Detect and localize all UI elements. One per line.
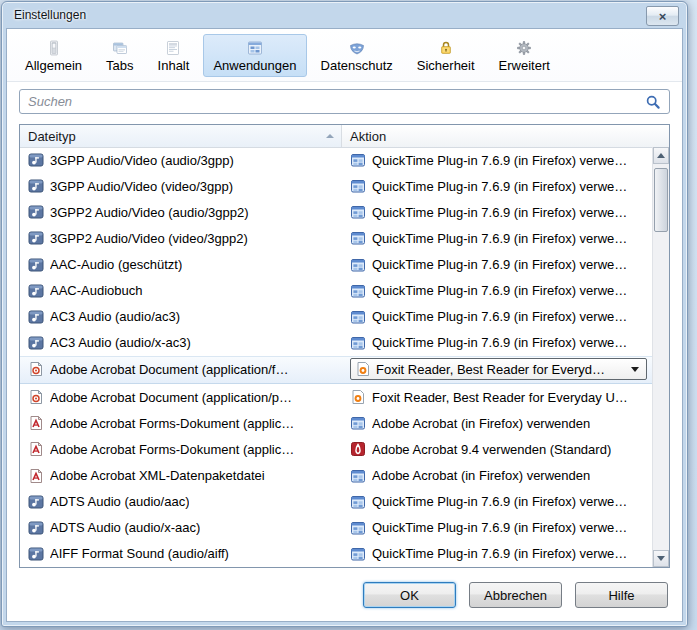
table-row[interactable]: 3GPP Audio/Video (video/3gpp)QuickTime P… [20,173,652,199]
advanced-icon [516,40,532,56]
title-bar[interactable]: Einstellungen × [2,2,687,28]
tab-label: Inhalt [158,58,190,73]
table-row[interactable]: AAC-Audio (geschützt)QuickTime Plug-in 7… [20,252,652,278]
file-type-label: AC3 Audio (audio/ac3) [50,309,180,324]
action-label: Foxit Reader, Best Reader for Everyd… [376,362,605,377]
table-row[interactable]: Adobe Acrobat Forms-Dokument (applic…Ado… [20,410,652,436]
window-title: Einstellungen [14,8,86,22]
dialog-content: AllgemeinTabsInhaltAnwendungenDatenschut… [6,28,683,622]
action-label: Foxit Reader, Best Reader for Everyday U… [372,390,628,405]
media-file-icon [28,152,44,168]
file-type-label: ADTS Audio (audio/aac) [50,494,189,509]
pdf-document-icon [28,361,44,377]
media-file-icon [28,178,44,194]
media-file-icon [28,546,44,562]
table-row[interactable]: 3GPP2 Audio/Video (audio/3gpp2)QuickTime… [20,199,652,225]
table-header: Dateityp Aktion [20,125,669,148]
search-bar [7,82,682,122]
security-icon [438,40,454,56]
dropdown-arrow-icon [631,367,639,372]
file-type-label: ADTS Audio (audio/x-aac) [50,520,200,535]
file-types-table: Dateityp Aktion 3GPP Audio/Video (audio/… [19,124,670,568]
scrollbar-track[interactable] [653,164,669,550]
scroll-down-button[interactable] [653,550,669,567]
search-input[interactable] [19,89,670,114]
tab-sicherheit[interactable]: Sicherheit [407,34,485,77]
column-header-dateityp[interactable]: Dateityp [20,125,342,147]
table-row[interactable]: 3GPP Audio/Video (audio/3gpp)QuickTime P… [20,147,652,173]
plugin-icon [350,230,366,246]
file-type-label: 3GPP Audio/Video (audio/3gpp) [50,153,234,168]
settings-dialog: Einstellungen × AllgemeinTabsInhaltAnwen… [1,1,688,627]
table-row[interactable]: AIFF Format Sound (audio/aiff)QuickTime … [20,541,652,567]
action-label: QuickTime Plug-in 7.6.9 (in Firefox) ver… [372,309,627,324]
plugin-icon [350,204,366,220]
table-row[interactable]: Adobe Acrobat Forms-Dokument (applic…Ado… [20,436,652,462]
media-file-icon [28,494,44,510]
file-type-label: Adobe Acrobat Document (application/f… [50,362,288,377]
media-file-icon [28,204,44,220]
file-type-label: Adobe Acrobat Document (application/p… [50,390,292,405]
tab-erweitert[interactable]: Erweitert [489,34,560,77]
plugin-icon [350,468,366,484]
file-type-label: Adobe Acrobat Forms-Dokument (applic… [50,416,294,431]
tab-label: Anwendungen [213,58,296,73]
content-icon [165,40,181,56]
file-type-label: 3GPP Audio/Video (video/3gpp) [50,179,233,194]
table-row[interactable]: AAC-AudiobuchQuickTime Plug-in 7.6.9 (in… [20,278,652,304]
tab-inhalt[interactable]: Inhalt [148,34,200,77]
file-type-label: AIFF Format Sound (audio/aiff) [50,546,229,561]
ok-button[interactable]: OK [363,582,456,608]
plugin-icon [350,309,366,325]
column-label: Aktion [350,129,386,144]
search-icon[interactable] [645,94,661,110]
tab-anwendungen[interactable]: Anwendungen [203,34,306,77]
action-dropdown[interactable]: Foxit Reader, Best Reader for Everyd… [350,358,647,380]
media-file-icon [28,520,44,536]
help-button[interactable]: Hilfe [575,582,668,608]
scrollbar-thumb[interactable] [654,168,668,232]
sort-ascending-icon [326,134,334,138]
cancel-button[interactable]: Abbrechen [469,582,562,608]
action-label: Adobe Acrobat (in Firefox) verwenden [372,416,590,431]
file-type-label: AAC-Audio (geschützt) [50,257,182,272]
table-row[interactable]: Adobe Acrobat Document (application/f…Fo… [20,356,652,384]
vertical-scrollbar[interactable] [652,147,669,567]
acrobat-forms-icon [28,441,44,457]
acrobat-forms-icon [28,468,44,484]
media-file-icon [28,283,44,299]
action-label: QuickTime Plug-in 7.6.9 (in Firefox) ver… [372,153,627,168]
tabs-icon [112,40,128,56]
tab-label: Sicherheit [417,58,475,73]
table-row[interactable]: AC3 Audio (audio/x-ac3)QuickTime Plug-in… [20,330,652,356]
table-row[interactable]: ADTS Audio (audio/aac)QuickTime Plug-in … [20,489,652,515]
table-row[interactable]: Adobe Acrobat Document (application/p…Fo… [20,384,652,410]
dialog-buttons: OK Abbrechen Hilfe [7,582,682,621]
acrobat-forms-icon [28,415,44,431]
action-label: QuickTime Plug-in 7.6.9 (in Firefox) ver… [372,179,627,194]
action-label: Adobe Acrobat 9.4 verwenden (Standard) [372,442,611,457]
general-icon [46,40,62,56]
table-row[interactable]: 3GPP2 Audio/Video (video/3gpp2)QuickTime… [20,225,652,251]
action-label: QuickTime Plug-in 7.6.9 (in Firefox) ver… [372,283,627,298]
column-header-aktion[interactable]: Aktion [342,125,669,147]
tab-tabs[interactable]: Tabs [96,34,143,77]
plugin-icon [350,415,366,431]
tab-allgemein[interactable]: Allgemein [15,34,92,77]
close-button[interactable]: × [646,6,679,26]
table-row[interactable]: AC3 Audio (audio/ac3)QuickTime Plug-in 7… [20,304,652,330]
tab-datenschutz[interactable]: Datenschutz [311,34,403,77]
scroll-up-button[interactable] [653,147,669,164]
media-file-icon [28,230,44,246]
action-label: QuickTime Plug-in 7.6.9 (in Firefox) ver… [372,335,627,350]
tab-label: Erweitert [499,58,550,73]
action-label: QuickTime Plug-in 7.6.9 (in Firefox) ver… [372,520,627,535]
tab-label: Datenschutz [321,58,393,73]
file-type-label: 3GPP2 Audio/Video (video/3gpp2) [50,231,248,246]
plugin-icon [350,520,366,536]
table-row[interactable]: ADTS Audio (audio/x-aac)QuickTime Plug-i… [20,515,652,541]
action-label: QuickTime Plug-in 7.6.9 (in Firefox) ver… [372,494,627,509]
plugin-icon [350,546,366,562]
foxit-reader-icon [355,361,371,377]
table-row[interactable]: Adobe Acrobat XML-DatenpaketdateiAdobe A… [20,463,652,489]
